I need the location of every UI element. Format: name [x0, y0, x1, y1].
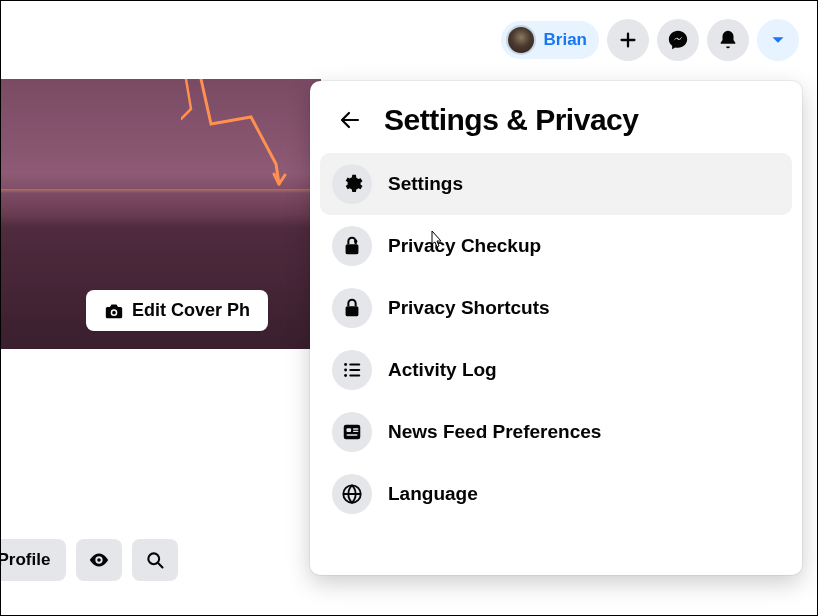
svg-point-2 [98, 558, 102, 562]
svg-rect-5 [346, 306, 359, 316]
back-button[interactable] [334, 104, 366, 136]
avatar [506, 25, 536, 55]
svg-point-1 [112, 310, 116, 314]
menu-item-settings[interactable]: Settings [320, 153, 792, 215]
edit-cover-photo-button[interactable]: Edit Cover Ph [86, 290, 268, 331]
menu-label: Privacy Checkup [388, 235, 541, 257]
menu-item-activity-log[interactable]: Activity Log [320, 339, 792, 401]
view-as-button[interactable] [76, 539, 122, 581]
top-navigation: Brian [1, 16, 817, 64]
svg-rect-15 [353, 431, 359, 432]
list-icon [332, 350, 372, 390]
edit-profile-label: dit Profile [0, 550, 50, 570]
eye-icon [88, 549, 110, 571]
svg-point-6 [344, 363, 347, 366]
dropdown-title: Settings & Privacy [384, 103, 638, 137]
create-button[interactable] [607, 19, 649, 61]
svg-rect-16 [347, 434, 358, 435]
feed-icon [332, 412, 372, 452]
edit-profile-button[interactable]: dit Profile [0, 539, 66, 581]
menu-label: Privacy Shortcuts [388, 297, 550, 319]
dropdown-header: Settings & Privacy [320, 95, 792, 153]
arrow-left-icon [338, 108, 362, 132]
svg-point-8 [344, 374, 347, 377]
account-menu-button[interactable] [757, 19, 799, 61]
menu-item-language[interactable]: Language [320, 463, 792, 525]
plus-icon [617, 29, 639, 51]
svg-rect-9 [349, 363, 360, 365]
menu-label: Activity Log [388, 359, 497, 381]
search-profile-button[interactable] [132, 539, 178, 581]
edit-cover-label: Edit Cover Ph [132, 300, 250, 321]
svg-point-3 [149, 553, 160, 564]
caret-down-icon [767, 29, 789, 51]
menu-label: News Feed Preferences [388, 421, 601, 443]
profile-action-bar: dit Profile [0, 539, 178, 581]
menu-item-privacy-checkup[interactable]: Privacy Checkup [320, 215, 792, 277]
lightning-graphic [181, 79, 321, 239]
notifications-button[interactable] [707, 19, 749, 61]
svg-rect-11 [349, 374, 360, 376]
heart-lock-icon [332, 226, 372, 266]
user-profile-chip[interactable]: Brian [501, 21, 599, 59]
messenger-button[interactable] [657, 19, 699, 61]
globe-icon [332, 474, 372, 514]
svg-rect-4 [346, 244, 359, 254]
user-name-label: Brian [544, 30, 587, 50]
svg-point-7 [344, 369, 347, 372]
camera-icon [104, 302, 124, 320]
svg-rect-14 [353, 428, 359, 429]
svg-rect-10 [349, 369, 360, 371]
svg-rect-13 [347, 428, 352, 432]
lock-icon [332, 288, 372, 328]
messenger-icon [667, 29, 689, 51]
menu-label: Language [388, 483, 478, 505]
gear-icon [332, 164, 372, 204]
menu-item-privacy-shortcuts[interactable]: Privacy Shortcuts [320, 277, 792, 339]
search-icon [145, 550, 165, 570]
bell-icon [717, 29, 739, 51]
menu-label: Settings [388, 173, 463, 195]
settings-privacy-dropdown: Settings & Privacy Settings Privacy Chec… [310, 81, 802, 575]
menu-item-news-feed-preferences[interactable]: News Feed Preferences [320, 401, 792, 463]
